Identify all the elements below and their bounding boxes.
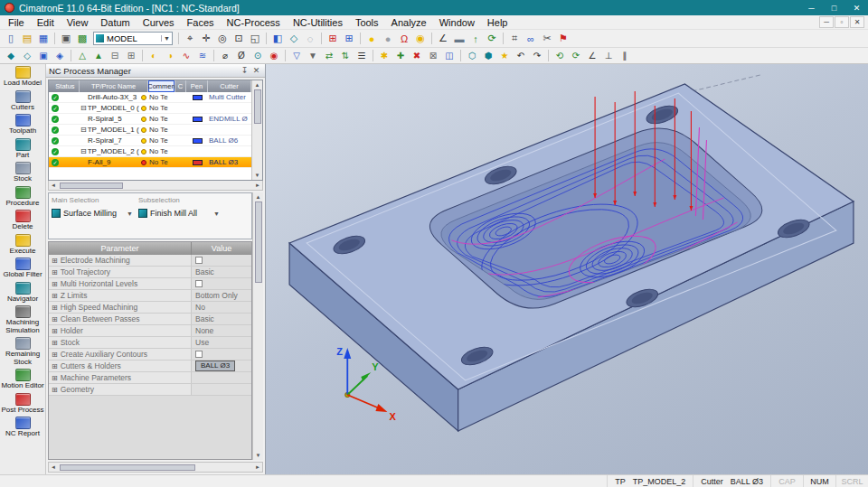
model-combo[interactable]: MODEL ▼ [93,32,173,45]
checkbox[interactable] [195,257,203,264]
parallel-icon[interactable]: ∥ [617,49,633,62]
magnet-icon[interactable]: Ω [396,32,412,46]
machine-icon[interactable]: ▣ [35,49,52,62]
viewport-3d[interactable]: Z Y X [266,64,868,474]
measure-angle-icon[interactable]: ∠ [435,32,451,46]
column-header-cutter[interactable]: Cutter [208,80,251,92]
holder-icon[interactable]: ▲ [90,49,107,62]
hidden-line-icon[interactable]: ◌ [302,32,318,46]
menu-analyze[interactable]: Analyze [385,15,433,29]
tree-expand-icon[interactable]: ⊞ [52,362,58,370]
simulate-icon[interactable]: ◆ [3,49,19,62]
menu-view[interactable]: View [61,15,95,29]
menu-curves[interactable]: Curves [137,15,181,29]
parameter-row[interactable]: ⊞Z LimitsBottom Only [49,290,251,302]
light-off-icon[interactable]: ● [380,32,396,46]
sidebar-item-remaining-stock[interactable]: Remaining Stock [0,336,45,368]
flag-icon[interactable]: ⚑ [555,32,571,46]
target-icon[interactable]: ⊙ [250,49,266,62]
axis-icon[interactable]: Ø [233,49,250,62]
new-file-icon[interactable]: ▯ [3,32,19,46]
panel-horizontal-scrollbar[interactable]: ◄ ► [48,462,263,473]
minimize-button[interactable]: ─ [800,0,823,15]
tree-expand-icon[interactable]: ⊞ [52,315,58,323]
parameter-row[interactable]: ⊞High Speed MachiningNo [49,302,251,314]
select-icon[interactable]: ⌖ [182,32,198,46]
refresh-icon[interactable]: ⟳ [484,32,500,46]
tree-expand-icon[interactable]: ⊞ [52,292,58,300]
menu-file[interactable]: File [2,15,31,29]
tree-collapse-icon[interactable]: ⊟ [80,147,87,155]
tree-expand-icon[interactable]: ⊞ [52,339,58,347]
halfmoon2-icon[interactable]: ◑ [162,49,178,62]
sidebar-item-procedure[interactable]: Procedure [0,185,45,210]
arrow-up-icon[interactable]: ↑ [467,32,484,46]
menu-nc-process[interactable]: NC-Process [221,15,287,29]
sidebar-item-load-model[interactable]: Load Model [0,65,45,89]
menu-help[interactable]: Help [481,15,514,29]
zoom-icon[interactable]: ◎ [214,32,231,46]
mdi-minimize-icon[interactable]: ─ [819,16,834,28]
menu-nc-utilities[interactable]: NC-Utilities [287,15,349,29]
panel-close-icon[interactable]: ✕ [250,66,262,75]
sidebar-item-delete[interactable]: Delete [0,209,45,233]
wireframe-view-icon[interactable]: ◇ [286,32,302,46]
menu-edit[interactable]: Edit [31,15,61,29]
down-tri-icon[interactable]: ▽ [288,49,305,62]
scroll-thumb[interactable] [60,464,195,471]
fit-view-icon[interactable]: ◱ [247,32,263,46]
close-button[interactable]: ✕ [845,0,868,15]
panel-vertical-scrollbar[interactable]: ▲ ▼ [252,192,263,460]
window-icon[interactable]: ◫ [441,49,458,62]
scissors-icon[interactable]: ✂ [539,32,555,46]
parameter-row[interactable]: ⊞Machine Parameters [49,372,251,384]
sidebar-item-part[interactable]: Part [0,137,45,162]
stock-icon[interactable]: ◈ [52,49,68,62]
star-icon[interactable]: ★ [496,49,513,62]
pin-icon[interactable]: ↧ [239,66,250,75]
tree-expand-icon[interactable]: ⊞ [52,374,58,382]
verify-icon[interactable]: ◇ [19,49,35,62]
swap-v-icon[interactable]: ⇅ [337,49,354,62]
cycle-left-icon[interactable]: ⟲ [552,49,568,62]
print-icon[interactable]: ▣ [58,32,74,46]
tool-icon[interactable]: △ [74,49,90,62]
parameter-row[interactable]: ⊞Create Auxiliary Contours [49,349,251,361]
ruler-icon[interactable]: ▬ [451,32,467,46]
hex-icon[interactable]: ⬡ [464,49,480,62]
parameter-row[interactable]: ⊞HolderNone [49,325,251,337]
scroll-left-icon[interactable]: ◄ [49,463,58,472]
column-header-commen[interactable]: Commen [148,80,175,92]
pan-icon[interactable]: ✛ [198,32,214,46]
ball-icon[interactable]: ◉ [412,32,429,46]
scroll-down-icon[interactable]: ▼ [253,451,263,460]
scroll-up-icon[interactable]: ▲ [252,80,262,89]
tree-expand-icon[interactable]: ⊞ [52,268,58,276]
diameter-icon[interactable]: ⌀ [217,49,233,62]
expand-icon[interactable]: ⊞ [123,49,139,62]
redo-icon[interactable]: ↷ [529,49,545,62]
tree-expand-icon[interactable]: ⊞ [52,327,58,335]
link-icon[interactable]: ∞ [523,32,539,46]
main-selection-dropdown[interactable]: Surface Milling ▼ [52,209,138,218]
maximize-button[interactable]: □ [823,0,845,15]
checkbox[interactable] [195,280,203,287]
scroll-up-icon[interactable]: ▲ [253,192,263,201]
parameter-row[interactable]: ⊞Cutters & HoldersBALL Ø3 [49,361,251,372]
parameter-row[interactable]: ⊞Geometry [49,384,251,396]
drop-icon[interactable]: ▼ [305,49,321,62]
waves-icon[interactable]: ≋ [194,49,211,62]
process-row[interactable]: ✓F-All_9No TeBALL Ø3 [49,157,251,168]
sidebar-item-execute[interactable]: Execute [0,233,45,258]
scroll-down-icon[interactable]: ▼ [252,171,262,180]
process-vertical-scrollbar[interactable]: ▲ ▼ [251,80,262,180]
hex-solid-icon[interactable]: ⬢ [480,49,496,62]
settings-icon[interactable]: ✱ [376,49,392,62]
mdi-restore-icon[interactable]: ▫ [835,16,849,28]
shaded-view-icon[interactable]: ◧ [269,32,286,46]
pdm-icon[interactable]: ▩ [74,32,90,46]
sidebar-item-toolpath[interactable]: Toolpath [0,113,45,137]
scroll-left-icon[interactable]: ◄ [49,181,58,190]
grid-red-icon[interactable]: ⊞ [325,32,341,46]
angle-icon[interactable]: ∠ [584,49,600,62]
